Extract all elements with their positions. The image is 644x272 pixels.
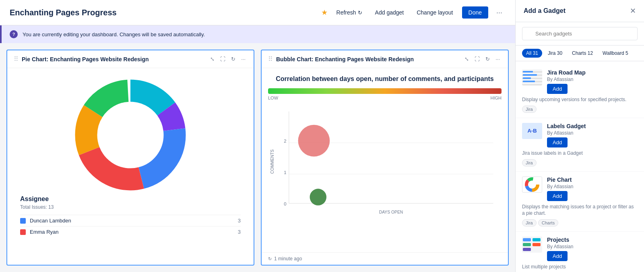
- filter-tab-wallboard[interactable]: Wallboard 5: [599, 49, 632, 58]
- bubble-chart-panel: ⠿ Bubble Chart: Enchanting Pages Website…: [261, 50, 509, 266]
- svg-rect-27: [523, 238, 531, 241]
- gadget-desc-pie: Displays the matching issues for a proje…: [522, 203, 638, 217]
- add-gadget-sidebar: Add a Gadget ✕ 🔍 All 31 Jira 30 Charts 1…: [515, 0, 644, 272]
- svg-rect-30: [533, 243, 541, 246]
- svg-text:1: 1: [284, 170, 286, 175]
- more-options-button[interactable]: ···: [493, 7, 506, 19]
- gadget-item-projects: Projects By Atlassian Add List multiple …: [516, 232, 644, 272]
- gadget-desc-roadmap: Display upcoming versions for specified …: [522, 96, 638, 103]
- gadget-by-pie: By Atlassian: [547, 184, 638, 189]
- gadget-by-projects: By Atlassian: [547, 244, 638, 249]
- pie-chart-panel: ⠿ Pie Chart: Enchanting Pages Website Re…: [6, 50, 254, 266]
- add-projects-button[interactable]: Add: [547, 251, 568, 261]
- gadget-desc-projects: List multiple projects: [522, 264, 638, 270]
- gadget-tag-pie-charts: Charts: [538, 219, 558, 226]
- svg-rect-20: [523, 77, 531, 79]
- page-title: Enchanting Pages Progress: [10, 8, 316, 17]
- gadget-tag-jira: Jira: [522, 106, 537, 113]
- filter-tabs: All 31 Jira 30 Charts 12 Wallboard 5: [516, 46, 644, 61]
- svg-rect-18: [523, 71, 533, 73]
- info-icon: ?: [10, 30, 18, 38]
- gradient-labels: LOW HIGH: [268, 96, 502, 100]
- svg-point-26: [529, 182, 535, 187]
- bubble-expand-button[interactable]: ⛶: [473, 55, 481, 63]
- legend-name-2: Emma Ryan: [30, 229, 234, 235]
- gadget-item-roadmap: Jira Road Map By Atlassian Add Display u…: [516, 64, 644, 118]
- bubble-chart-title: Correlation between days open, number of…: [268, 75, 502, 83]
- add-labels-button[interactable]: Add: [547, 137, 568, 147]
- bubble-more-button[interactable]: ···: [494, 55, 502, 63]
- gadget-by-labels: By Atlassian: [547, 130, 638, 136]
- bubble-panel-title: Bubble Chart: Enchanting Pages Website R…: [276, 56, 460, 62]
- gadget-thumb-projects: [522, 237, 542, 253]
- legend-count-2: 3: [238, 229, 241, 235]
- sidebar-title: Add a Gadget: [524, 7, 566, 15]
- svg-text:COMMENTS: COMMENTS: [270, 149, 275, 174]
- gadget-thumb-pie: [522, 176, 542, 193]
- pie-panel-header: ⠿ Pie Chart: Enchanting Pages Website Re…: [7, 50, 254, 68]
- legend-count-1: 3: [238, 218, 241, 224]
- filter-tab-charts[interactable]: Charts 12: [568, 49, 597, 58]
- gradient-low-label: LOW: [268, 96, 278, 100]
- panel-refresh-button[interactable]: ↻: [229, 55, 237, 63]
- panel-footer: ↻ 1 minute ago: [262, 252, 508, 265]
- sidebar-header: Add a Gadget ✕: [516, 0, 644, 22]
- expand-button[interactable]: ⛶: [219, 55, 227, 63]
- close-sidebar-button[interactable]: ✕: [630, 6, 636, 15]
- panel-more-button[interactable]: ···: [239, 55, 247, 63]
- svg-rect-21: [523, 81, 535, 82]
- gadget-thumb-labels: A-B: [522, 123, 542, 139]
- add-gadget-button[interactable]: Add gadget: [371, 7, 408, 18]
- legend-row-2: Emma Ryan 3: [20, 226, 241, 237]
- svg-text:0: 0: [284, 201, 286, 206]
- svg-rect-29: [523, 243, 531, 246]
- gadget-name-pie: Pie Chart: [547, 176, 638, 183]
- svg-point-6: [101, 106, 159, 164]
- svg-rect-19: [523, 74, 537, 76]
- gadget-desc-labels: Jira issue labels in a Gadget: [522, 150, 638, 157]
- gadget-thumb-roadmap: [522, 69, 542, 85]
- filter-tab-jira[interactable]: Jira 30: [544, 49, 566, 58]
- svg-point-16: [298, 125, 330, 157]
- legend-color-1: [20, 218, 26, 224]
- gadget-tag-pie-jira: Jira: [522, 219, 537, 226]
- info-banner: ? You are currently editing your dashboa…: [0, 25, 515, 43]
- bubble-minimize-button[interactable]: ⤡: [463, 55, 471, 63]
- filter-tab-all[interactable]: All 31: [522, 49, 542, 58]
- legend-name-1: Duncan Lambden: [30, 218, 234, 224]
- refresh-button[interactable]: Refresh ↻: [332, 7, 366, 18]
- svg-rect-28: [533, 238, 541, 241]
- search-box: 🔍: [516, 22, 644, 46]
- dashboard: ⠿ Pie Chart: Enchanting Pages Website Re…: [0, 43, 515, 272]
- done-button[interactable]: Done: [462, 6, 488, 19]
- gadget-tag-labels-jira: Jira: [522, 159, 537, 166]
- pie-chart-svg: [70, 75, 191, 195]
- banner-text: You are currently editing your dashboard…: [23, 31, 205, 37]
- legend-row-1: Duncan Lambden 3: [20, 215, 241, 226]
- legend-subtitle: Total Issues: 13: [20, 204, 241, 210]
- refresh-icon: ↻: [358, 10, 362, 16]
- gradient-bar: [268, 88, 502, 94]
- star-icon[interactable]: ★: [321, 8, 328, 17]
- bubble-chart-area: 0 1 2 COMMENTS DAYS OPEN: [268, 105, 502, 218]
- gadget-item-pie: Pie Chart By Atlassian Add Displays the …: [516, 172, 644, 232]
- legend-color-2: [20, 229, 26, 235]
- gadget-name-roadmap: Jira Road Map: [547, 69, 638, 76]
- gradient-high-label: HIGH: [491, 96, 502, 100]
- change-layout-button[interactable]: Change layout: [413, 7, 457, 18]
- drag-handle-icon[interactable]: ⠿: [14, 55, 19, 63]
- bubble-refresh-button[interactable]: ↻: [484, 55, 491, 63]
- pie-panel-body: Assignee Total Issues: 13 Duncan Lambden…: [7, 68, 254, 265]
- legend-title: Assignee: [20, 195, 241, 203]
- minimize-button[interactable]: ⤡: [208, 55, 216, 63]
- add-pie-button[interactable]: Add: [547, 191, 568, 201]
- bubble-chart-svg: 0 1 2 COMMENTS DAYS OPEN: [268, 105, 502, 218]
- search-input[interactable]: [522, 27, 638, 40]
- gadget-list: Jira Road Map By Atlassian Add Display u…: [516, 61, 644, 272]
- drag-handle-icon-2[interactable]: ⠿: [268, 55, 273, 63]
- footer-refresh-icon: ↻: [268, 256, 272, 262]
- add-roadmap-button[interactable]: Add: [547, 84, 568, 94]
- svg-rect-31: [523, 248, 531, 251]
- gadget-name-projects: Projects: [547, 237, 638, 243]
- svg-text:2: 2: [284, 139, 286, 144]
